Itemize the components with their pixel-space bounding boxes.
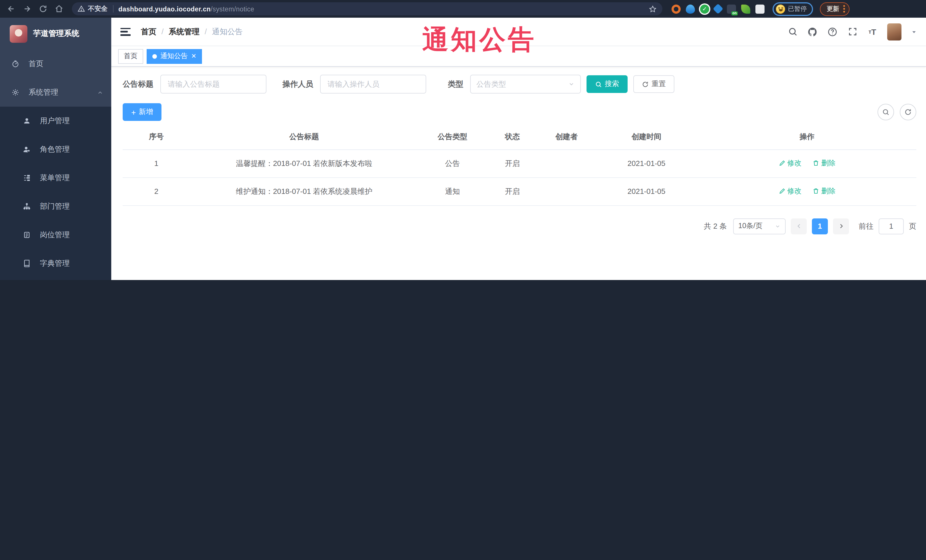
goto-page-input[interactable]	[879, 218, 904, 234]
paused-label: 已暂停	[788, 5, 807, 13]
home-icon[interactable]	[53, 3, 65, 15]
back-icon[interactable]	[5, 3, 17, 15]
extension-drop-icon[interactable]	[686, 4, 695, 14]
breadcrumb: 首页 / 系统管理 / 通知公告	[141, 27, 243, 37]
breadcrumb-home[interactable]: 首页	[141, 27, 156, 37]
prev-page-button[interactable]	[791, 218, 807, 234]
goto-suffix: 页	[909, 221, 916, 231]
book-icon	[23, 260, 31, 267]
sidebar-item-home[interactable]: 首页	[0, 50, 111, 78]
table-header-row: 序号 公告标题 公告类型 状态 创建者 创建时间 操作	[123, 124, 916, 149]
bookmark-star-icon[interactable]	[649, 5, 657, 13]
operator-input[interactable]	[320, 75, 426, 94]
breadcrumb-system[interactable]: 系统管理	[169, 27, 200, 37]
help-icon[interactable]	[827, 27, 838, 37]
toggle-search-button[interactable]	[878, 104, 894, 120]
chevron-down-icon	[568, 81, 575, 87]
role-icon	[23, 145, 31, 153]
sidebar: 芋道管理系统 首页 系统管理	[0, 18, 111, 280]
app-logo	[10, 25, 27, 42]
sidebar-item-users[interactable]: 用户管理	[0, 107, 111, 135]
main-area: 通知公告 首页 / 系统管理 / 通知公告	[111, 18, 926, 280]
github-icon[interactable]	[807, 27, 818, 37]
total-count: 共 2 条	[704, 221, 727, 231]
tab-home[interactable]: 首页	[118, 49, 143, 63]
chevron-down-icon	[775, 223, 781, 229]
reset-button[interactable]: 重置	[633, 75, 674, 93]
col-no: 序号	[123, 124, 190, 149]
tab-notices[interactable]: 通知公告 ✕	[147, 49, 202, 63]
next-page-button[interactable]	[833, 218, 849, 234]
breadcrumb-separator: /	[162, 27, 164, 36]
notice-type-select[interactable]: 公告类型	[470, 75, 581, 94]
logo-row[interactable]: 芋道管理系统	[0, 18, 111, 50]
warning-icon	[77, 5, 85, 12]
address-bar[interactable]: 不安全 dashboard.yudao.iocoder.cn/system/no…	[72, 2, 663, 15]
divider	[113, 5, 113, 12]
update-label: 更新	[827, 5, 839, 13]
extension-orange-icon[interactable]	[672, 4, 681, 14]
breadcrumb-current: 通知公告	[212, 27, 243, 37]
delete-button[interactable]: 删除	[813, 186, 835, 196]
sidebar-item-menus[interactable]: 菜单管理	[0, 164, 111, 192]
filter-operator-label: 操作人员	[282, 79, 313, 89]
table-tools	[878, 104, 916, 120]
table-row: 2 维护通知：2018-07-01 若依系统凌晨维护 通知 开启 2021-01…	[123, 177, 916, 205]
col-creator: 创建者	[538, 124, 595, 149]
goto-label: 前往	[859, 221, 873, 231]
add-button[interactable]: + 新增	[123, 103, 162, 121]
filter-title-label: 公告标题	[123, 79, 153, 89]
notice-title-input[interactable]	[160, 75, 266, 94]
extension-green-check-icon[interactable]: ✓	[700, 4, 709, 14]
org-tree-icon	[23, 202, 31, 210]
user-avatar[interactable]	[887, 23, 902, 40]
app-title: 芋道管理系统	[33, 29, 79, 39]
dashboard-icon	[11, 60, 20, 68]
browser-update-button[interactable]: 更新	[820, 2, 850, 16]
col-status: 状态	[487, 124, 538, 149]
edit-button[interactable]: 修改	[779, 186, 801, 196]
sidebar-item-dictionaries[interactable]: 字典管理	[0, 249, 111, 278]
page-number-button[interactable]: 1	[812, 218, 828, 234]
page-content: 公告标题 操作人员 类型 公告类型	[111, 67, 926, 280]
search-button[interactable]: 搜索	[587, 75, 628, 93]
sidebar-item-roles[interactable]: 角色管理	[0, 135, 111, 164]
screen: 不安全 dashboard.yudao.iocoder.cn/system/no…	[0, 0, 926, 280]
caret-down-icon[interactable]	[911, 29, 917, 35]
reload-icon[interactable]	[36, 3, 49, 15]
fullscreen-icon[interactable]	[847, 27, 858, 37]
extension-row: ✓	[672, 4, 764, 14]
emoji-avatar-icon	[776, 4, 785, 14]
font-size-icon[interactable]: тT	[867, 27, 878, 37]
breadcrumb-separator: /	[205, 27, 207, 36]
url-path: /system/notice	[211, 5, 254, 12]
sidebar-item-departments[interactable]: 部门管理	[0, 192, 111, 221]
sidebar-toggle-icon[interactable]	[120, 28, 131, 36]
page-size-select[interactable]: 10条/页	[733, 218, 786, 234]
gear-icon	[11, 88, 20, 97]
pagination: 共 2 条 10条/页 1 前往	[123, 218, 916, 234]
active-dot	[152, 54, 157, 59]
forward-icon[interactable]	[21, 3, 33, 15]
delete-button[interactable]: 删除	[813, 158, 835, 168]
extensions-puzzle-icon[interactable]	[755, 4, 764, 14]
sidebar-item-system-management[interactable]: 系统管理	[0, 78, 111, 107]
tags-bar: 首页 通知公告 ✕	[111, 46, 926, 67]
edit-button[interactable]: 修改	[779, 158, 801, 168]
url-text[interactable]: dashboard.yudao.iocoder.cn/system/notice	[118, 5, 254, 12]
refresh-button[interactable]	[900, 104, 916, 120]
profile-paused-badge[interactable]: 已暂停	[773, 2, 813, 16]
col-title: 公告标题	[190, 124, 418, 149]
extension-diamond-icon[interactable]	[713, 4, 723, 14]
toolbar-row: + 新增	[123, 103, 916, 121]
url-host: dashboard.yudao.iocoder.cn	[118, 5, 211, 12]
sidebar-item-posts[interactable]: 岗位管理	[0, 221, 111, 249]
browser-menu-icon[interactable]	[843, 5, 845, 12]
topbar-actions: тT	[787, 23, 917, 40]
search-icon[interactable]	[787, 27, 797, 37]
sidebar-item-notices[interactable]: 通知公告	[0, 278, 111, 280]
extension-leaf-icon[interactable]	[741, 4, 750, 14]
close-icon[interactable]: ✕	[191, 53, 196, 59]
extension-switch-icon[interactable]	[727, 4, 736, 14]
security-label[interactable]: 不安全	[88, 5, 107, 13]
